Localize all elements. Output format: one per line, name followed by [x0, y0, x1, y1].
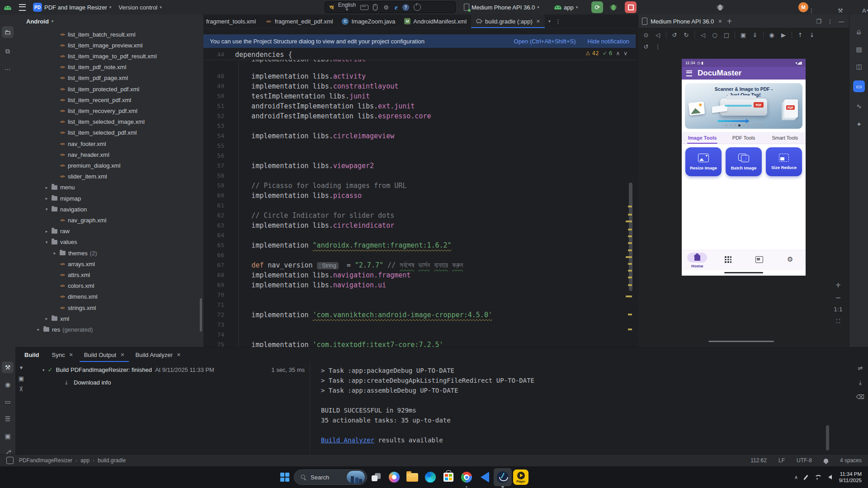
debug-button[interactable] — [608, 1, 619, 13]
build-tab-build-analyzer[interactable]: Build Analyzer✕ — [131, 347, 185, 362]
prev-issue-icon[interactable]: ∧ — [616, 50, 620, 56]
power-icon[interactable] — [414, 4, 421, 11]
more-run-actions-button[interactable]: ⋮ — [807, 6, 816, 14]
breadcrumb-segment[interactable]: app — [80, 457, 90, 464]
gesture-bar[interactable] — [724, 272, 763, 273]
open-project-structure-link[interactable]: Open (Ctrl+Alt+Shift+S) — [514, 38, 576, 45]
project-view-selector[interactable]: Android ▾ — [15, 14, 203, 28]
breadcrumb-segment[interactable]: PDFandImageResizer — [19, 457, 72, 464]
banner-page-dots[interactable] — [685, 124, 802, 127]
device-tab-label[interactable]: Medium Phone API 36.0 — [651, 18, 714, 25]
record-icon[interactable]: ▶ — [778, 30, 788, 40]
suspend-icon[interactable]: ▣ — [17, 373, 25, 384]
tree-chevron-icon[interactable]: ▾ — [42, 207, 51, 211]
zoom-out-button[interactable]: − — [833, 294, 844, 302]
gear-icon[interactable]: ⚙ — [382, 3, 390, 11]
tool-card[interactable]: Resize Image — [685, 147, 722, 176]
clock[interactable]: 11:34 PM 9/11/2025 — [839, 471, 862, 483]
tree-item[interactable]: ▸res (generated) — [15, 324, 222, 335]
banner-dot[interactable] — [730, 124, 732, 127]
notifications-icon[interactable] — [824, 459, 828, 463]
main-menu-button[interactable] — [15, 2, 29, 13]
commit-icon[interactable]: ◉ — [2, 379, 14, 390]
copilot-button[interactable] — [385, 468, 403, 486]
run-configuration-selector[interactable]: app ▾ — [551, 2, 581, 13]
breadcrumb-segment[interactable]: build.gradle — [98, 457, 126, 464]
project-scrollbar[interactable] — [200, 298, 202, 332]
close-tab-icon[interactable]: ✕ — [177, 352, 181, 358]
file-encoding[interactable]: UTF-8 — [797, 457, 812, 464]
android-studio-button[interactable] — [494, 468, 512, 486]
volume-icon[interactable]: ◁ — [653, 30, 663, 40]
rotate-left-icon[interactable]: ↺ — [670, 30, 679, 40]
tree-chevron-icon[interactable]: ▸ — [42, 196, 51, 201]
close-device-tab-icon[interactable]: ✕ — [718, 19, 722, 24]
hide-notification-link[interactable]: Hide notification — [588, 38, 630, 45]
problems-icon[interactable]: ☰ — [2, 413, 14, 425]
snapshot-icon[interactable]: ▣ — [738, 30, 748, 40]
banner-dot[interactable] — [747, 124, 750, 127]
project-selector[interactable]: PD PDF and Image Resizer ▾ — [29, 2, 115, 13]
banner-dot[interactable] — [751, 124, 754, 127]
layout-inspector-icon[interactable]: ◫ — [853, 61, 865, 72]
tree-chevron-icon[interactable]: ▾ — [42, 240, 51, 244]
tree-chevron-icon[interactable]: ▸ — [34, 327, 42, 332]
window-layout-icon[interactable] — [6, 457, 14, 464]
banner-dot[interactable] — [743, 124, 745, 127]
build-tab-build-output[interactable]: Build Output✕ — [80, 347, 129, 362]
version-control-menu[interactable]: Version control ▾ — [115, 2, 165, 13]
language-selector[interactable]: English▾ — [338, 3, 356, 12]
phone-tab-image-tools[interactable]: Image Tools — [682, 132, 723, 144]
pin-icon[interactable]: ⊼ — [17, 384, 25, 394]
microsoft-store-button[interactable] — [439, 468, 458, 486]
hidden-tabs-icon[interactable]: ▾ — [548, 19, 551, 23]
banner-dot[interactable] — [760, 124, 762, 127]
collapse-all-icon[interactable]: ▾ — [17, 362, 25, 373]
stop-button[interactable] — [625, 1, 637, 13]
build-analyzer-link[interactable]: Build Analyzer — [321, 436, 374, 444]
start-button[interactable] — [276, 468, 294, 486]
build-panel-title[interactable]: Build — [24, 352, 39, 358]
terminal-icon[interactable]: ▣ — [2, 430, 14, 442]
edge-button[interactable] — [421, 468, 439, 486]
file-explorer-button[interactable] — [403, 468, 421, 486]
tool-card[interactable]: Batch Image — [726, 147, 762, 176]
editor-tab[interactable]: </>fragment_edit_pdf.xml — [260, 14, 338, 28]
task-view-button[interactable] — [367, 468, 385, 486]
scroll-to-end-icon[interactable]: ⤓ — [856, 378, 864, 386]
gradle-icon[interactable]: ∿ — [853, 100, 865, 112]
close-tab-icon[interactable]: ✕ — [69, 352, 73, 358]
more-icon[interactable]: ⋮ — [653, 42, 663, 52]
next-issue-icon[interactable]: ∨ — [623, 50, 627, 56]
nav-item[interactable] — [746, 253, 772, 263]
open-in-window-icon[interactable]: ❐ — [815, 17, 823, 25]
breadcrumb[interactable]: PDFandImageResizer›app›build.gradle — [19, 457, 126, 464]
phone-tab-smart-tools[interactable]: Smart Tools — [764, 132, 806, 144]
build-hammer-icon[interactable]: ⚒ — [2, 361, 14, 373]
more-h-icon[interactable]: ⋯ — [2, 63, 14, 75]
zoom-in-button[interactable]: + — [833, 281, 844, 289]
build-console[interactable]: > Task :app:packageDebug UP-TO-DATE> Tas… — [310, 362, 850, 455]
soft-wrap-icon[interactable]: ⇌ — [856, 364, 864, 372]
nav-item[interactable] — [716, 253, 741, 263]
tree-item[interactable]: ▾values — [15, 237, 231, 248]
download-info-row[interactable]: ⤓ Download info — [62, 378, 111, 386]
mouse-icon[interactable] — [373, 4, 377, 10]
chrome-button[interactable] — [458, 468, 476, 486]
indent-setting[interactable]: 4 spaces — [840, 457, 862, 464]
new-device-tab-button[interactable]: + — [725, 17, 733, 25]
console-scrollbar[interactable] — [826, 425, 829, 450]
structure-icon[interactable]: ⧉ — [2, 45, 14, 57]
browser-icon[interactable]: e — [395, 4, 398, 11]
overview-icon[interactable]: □ — [722, 30, 731, 40]
assistant-icon[interactable]: ✦ — [853, 118, 865, 130]
tree-item[interactable]: ▸menu — [15, 182, 231, 193]
ai-actions-button[interactable]: A⟲ — [863, 6, 868, 14]
hide-panel-icon[interactable]: — — [837, 17, 845, 25]
rerun-button[interactable]: ⟳ — [591, 1, 603, 13]
banner-dot[interactable] — [756, 124, 758, 127]
taskbar-search[interactable]: Search — [294, 469, 367, 485]
inspection-widget[interactable]: ⚠ 42 ✓ 6 ∧ ∨ — [585, 50, 627, 56]
emulator-screen[interactable]: 11:34 ◷ ▮ ▾◢▮ DocuMaster Scanner & Image… — [682, 59, 806, 276]
tree-item[interactable]: ▾navigation — [15, 204, 231, 215]
